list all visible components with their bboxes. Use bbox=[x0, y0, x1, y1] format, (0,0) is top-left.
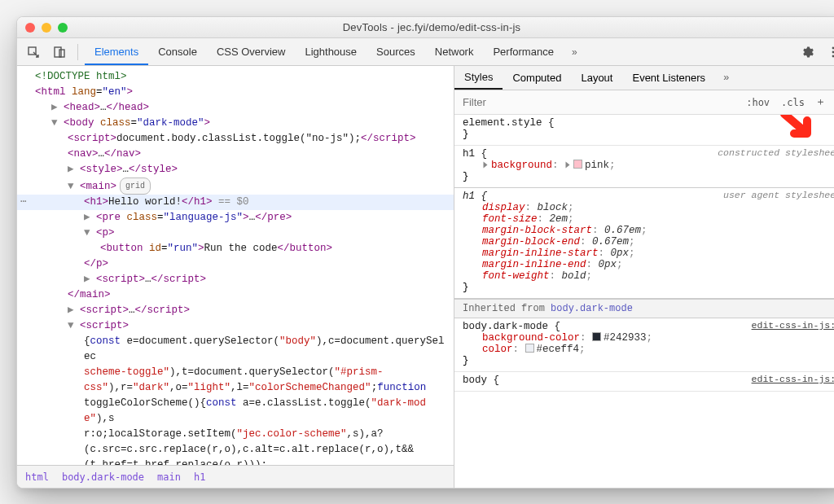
stab-computed[interactable]: Computed bbox=[503, 66, 571, 90]
rule-source: user agent stylesheet bbox=[723, 190, 834, 200]
script-node-3[interactable]: ▶ <script>…</script> bbox=[17, 303, 454, 318]
close-icon[interactable] bbox=[25, 23, 35, 33]
button-node[interactable]: <button id="run">Run the code</button> bbox=[17, 241, 454, 256]
color-swatch-icon[interactable] bbox=[573, 160, 582, 169]
main-toolbar: Elements Console CSS Overview Lighthouse… bbox=[17, 38, 834, 66]
rule-h1-ua[interactable]: user agent stylesheet h1 { display: bloc… bbox=[454, 188, 834, 299]
rule-h1-constructed[interactable]: constructed stylesheet h1 { background: … bbox=[454, 146, 834, 188]
gear-icon[interactable] bbox=[796, 41, 819, 64]
filter-bar: :hov .cls ＋ bbox=[454, 90, 834, 115]
script-node[interactable]: <script>document.body.classList.toggle("… bbox=[17, 131, 454, 147]
rule-body[interactable]: edit-css-in-js:1 body { bbox=[454, 372, 834, 392]
window-title: DevTools - jec.fyi/demo/edit-css-in-js bbox=[68, 21, 796, 33]
new-rule-icon[interactable]: ＋ bbox=[810, 95, 830, 109]
rule-source-link[interactable]: edit-css-in-js:1 bbox=[752, 320, 834, 331]
rule-source-link[interactable]: edit-css-in-js:1 bbox=[752, 374, 834, 384]
svg-rect-1 bbox=[55, 47, 61, 57]
tab-console[interactable]: Console bbox=[148, 38, 207, 65]
tab-sources[interactable]: Sources bbox=[367, 38, 425, 65]
p-close[interactable]: </p> bbox=[17, 256, 454, 272]
color-swatch-icon[interactable] bbox=[592, 332, 601, 341]
p-node[interactable]: ▼ <p> bbox=[17, 226, 454, 241]
minimize-icon[interactable] bbox=[42, 23, 51, 33]
side-tabs: Styles Computed Layout Event Listeners » bbox=[454, 66, 834, 90]
head-node[interactable]: ▶ <head>…</head> bbox=[17, 100, 454, 116]
inspect-icon[interactable] bbox=[22, 41, 45, 64]
titlebar: DevTools - jec.fyi/demo/edit-css-in-js bbox=[17, 17, 834, 38]
h1-node-selected[interactable]: <h1>Hello world!</h1> == $0 bbox=[17, 195, 454, 210]
cls-toggle[interactable]: .cls bbox=[775, 94, 810, 111]
rule-element-style[interactable]: element.style { } bbox=[454, 115, 834, 146]
rule-body-darkmode[interactable]: edit-css-in-js:1 body.dark-mode { backgr… bbox=[454, 318, 834, 372]
nav-node[interactable]: <nav>…</nav> bbox=[17, 147, 454, 162]
maximize-icon[interactable] bbox=[58, 23, 68, 33]
devtools-window: DevTools - jec.fyi/demo/edit-css-in-js E… bbox=[16, 16, 834, 489]
stab-eventlisteners[interactable]: Event Listeners bbox=[622, 66, 715, 90]
tab-lighthouse[interactable]: Lighthouse bbox=[295, 38, 367, 65]
styles-pane: Styles Computed Layout Event Listeners »… bbox=[454, 66, 834, 488]
body-node[interactable]: ▼ <body class="dark-mode"> bbox=[17, 116, 454, 131]
svg-rect-2 bbox=[59, 50, 64, 57]
hov-toggle[interactable]: :hov bbox=[740, 94, 775, 111]
device-icon[interactable] bbox=[48, 41, 71, 64]
expand-icon[interactable] bbox=[484, 162, 488, 169]
color-swatch-icon[interactable] bbox=[525, 344, 534, 353]
filter-input[interactable] bbox=[454, 90, 740, 114]
traffic-lights bbox=[25, 23, 68, 33]
rules-list[interactable]: element.style { } constructed stylesheet… bbox=[454, 115, 834, 488]
tab-network[interactable]: Network bbox=[425, 38, 484, 65]
main-node[interactable]: ▼ <main>grid bbox=[17, 177, 454, 195]
more-tabs-icon[interactable]: » bbox=[564, 46, 586, 58]
crumb-html[interactable]: html bbox=[25, 471, 49, 483]
expand-icon[interactable] bbox=[566, 162, 570, 169]
dom-tree[interactable]: <!DOCTYPE html> <html lang="en"> ▶ <head… bbox=[17, 66, 454, 465]
style-node[interactable]: ▶ <style>…</style> bbox=[17, 162, 454, 177]
stab-styles[interactable]: Styles bbox=[454, 66, 503, 90]
more-side-tabs-icon[interactable]: » bbox=[715, 72, 738, 84]
crumb-h1[interactable]: h1 bbox=[194, 471, 205, 483]
kebab-icon[interactable] bbox=[822, 41, 834, 64]
breadcrumbs: html body.dark-mode main h1 bbox=[17, 465, 454, 488]
script-node-2[interactable]: ▶ <script>…</script> bbox=[17, 272, 454, 287]
stab-layout[interactable]: Layout bbox=[571, 66, 622, 90]
elements-panel: <!DOCTYPE html> <html lang="en"> ▶ <head… bbox=[17, 66, 454, 488]
pre-node[interactable]: ▶ <pre class="language-js">…</pre> bbox=[17, 210, 454, 226]
main-close[interactable]: </main> bbox=[17, 287, 454, 303]
inherited-header: Inherited from body.dark-mode bbox=[454, 299, 834, 318]
computed-sidebar-icon[interactable] bbox=[830, 95, 834, 110]
script-body[interactable]: {const e=document.querySelector("body"),… bbox=[17, 334, 454, 465]
tab-elements[interactable]: Elements bbox=[85, 38, 148, 65]
script-open-node[interactable]: ▼ <script> bbox=[17, 318, 454, 334]
rule-source: constructed stylesheet bbox=[718, 147, 834, 158]
tab-performance[interactable]: Performance bbox=[483, 38, 563, 65]
panel-tabs: Elements Console CSS Overview Lighthouse… bbox=[85, 38, 586, 65]
inherit-link[interactable]: body.dark-mode bbox=[551, 303, 633, 314]
annotation-arrow-icon bbox=[779, 115, 817, 145]
crumb-main[interactable]: main bbox=[157, 471, 181, 483]
doctype[interactable]: <!DOCTYPE html> bbox=[35, 71, 127, 82]
crumb-body[interactable]: body.dark-mode bbox=[62, 471, 144, 483]
html-node[interactable]: <html lang="en"> bbox=[17, 85, 454, 100]
grid-badge[interactable]: grid bbox=[120, 177, 151, 195]
tab-css-overview[interactable]: CSS Overview bbox=[207, 38, 296, 65]
